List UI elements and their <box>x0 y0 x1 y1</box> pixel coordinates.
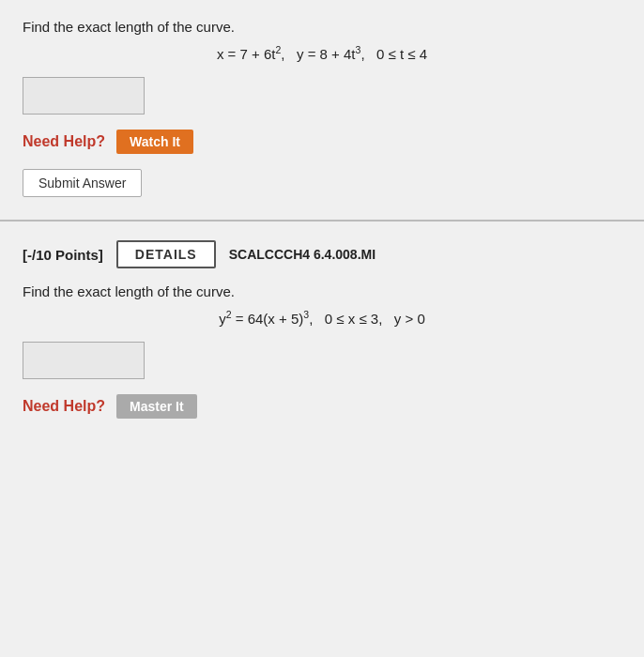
problem-2-answer-input[interactable] <box>23 342 145 379</box>
problem-2-header-row: [-/10 Points] DETAILS SCALCCCH4 6.4.008.… <box>0 229 644 276</box>
problem-2-equation: y2 = 64(x + 5)3, 0 ≤ x ≤ 3, y > 0 <box>23 309 621 327</box>
problem-1-section: Find the exact length of the curve. x = … <box>0 0 644 212</box>
problem-2-need-help-label: Need Help? <box>23 398 105 415</box>
problem-1-title: Find the exact length of the curve. <box>23 19 621 35</box>
problem-1-answer-input[interactable] <box>23 77 145 115</box>
problem-id: SCALCCCH4 6.4.008.MI <box>229 247 376 262</box>
problem-2-title: Find the exact length of the curve. <box>23 283 621 299</box>
problem-2-section: Find the exact length of the curve. y2 =… <box>0 276 644 449</box>
problem-1-need-help-row: Need Help? Watch It <box>23 130 621 154</box>
details-button[interactable]: DETAILS <box>116 240 216 268</box>
submit-answer-button[interactable]: Submit Answer <box>23 169 142 197</box>
points-label: [-/10 Points] <box>23 247 103 263</box>
problem-1-need-help-label: Need Help? <box>23 133 105 150</box>
problem-1-equation: x = 7 + 6t2, y = 8 + 4t3, 0 ≤ t ≤ 4 <box>23 44 621 62</box>
problem-2-need-help-row: Need Help? Master It <box>23 394 621 419</box>
master-it-button[interactable]: Master It <box>116 394 197 419</box>
section-divider <box>0 220 644 222</box>
watch-it-button[interactable]: Watch It <box>116 130 193 154</box>
